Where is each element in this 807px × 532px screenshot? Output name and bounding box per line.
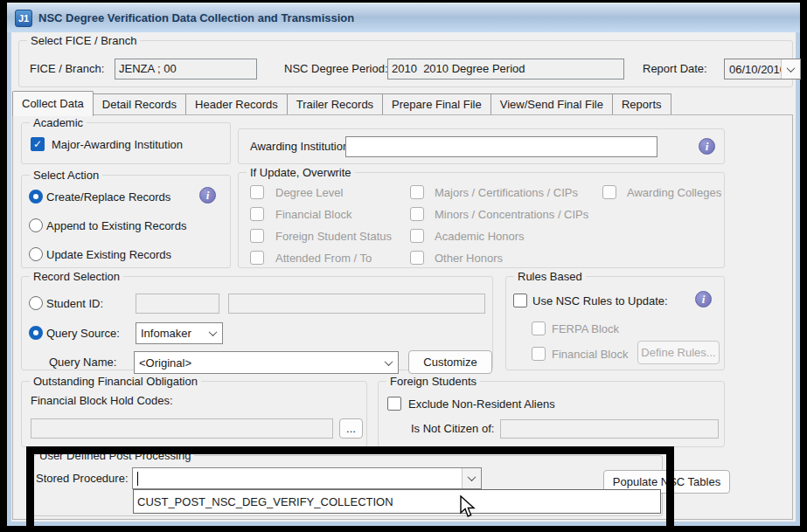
tab-trailer-records[interactable]: Trailer Records xyxy=(287,93,383,115)
stored-procedure-label: Stored Procedure: xyxy=(36,472,129,485)
foreign-students-group: Foreign Students Exclude Non-Resident Al… xyxy=(378,381,725,447)
rules-based-group: Rules Based Use NSC Rules to Update: i F… xyxy=(505,276,725,370)
citizen-of-label: Is Not Citizen of: xyxy=(411,422,494,435)
other-honors-checkbox[interactable] xyxy=(410,251,424,265)
window-body: Select FICE / Branch FICE / Branch: JENZ… xyxy=(11,32,796,522)
overwrite-group-title: If Update, Overwrite xyxy=(247,166,355,179)
student-id-field-1[interactable] xyxy=(136,294,219,314)
query-name-value: <Original> xyxy=(135,356,379,370)
dropdown-item[interactable]: CUST_POST_NSC_DEG_VERIFY_COLLECTION xyxy=(137,495,393,508)
append-existing-radio[interactable] xyxy=(29,218,43,232)
rules-financial-block-label: Financial Block xyxy=(552,348,628,361)
query-name-label: Query Name: xyxy=(49,356,116,369)
query-source-label: Query Source: xyxy=(46,327,120,340)
report-date-combo[interactable]: 06/10/2010 xyxy=(724,59,801,79)
exclude-non-resident-label: Exclude Non-Resident Aliens xyxy=(408,397,555,411)
awarding-institution-field[interactable] xyxy=(345,136,657,157)
use-nsc-rules-checkbox[interactable] xyxy=(513,294,527,307)
rules-financial-block-checkbox[interactable] xyxy=(532,347,546,361)
customize-button[interactable]: Customize xyxy=(408,350,492,374)
update-existing-radio[interactable] xyxy=(29,247,43,261)
awarding-institution-label: Awarding Institution: xyxy=(250,140,352,153)
fice-branch-label: FICE / Branch: xyxy=(30,62,104,75)
titlebar[interactable]: J1 NSC Degree Verification Data Collecti… xyxy=(7,3,800,32)
academic-group-title: Academic xyxy=(30,116,87,129)
other-honors-label: Other Honors xyxy=(435,252,503,265)
hold-codes-field[interactable] xyxy=(31,418,333,439)
fice-branch-group-title: Select FICE / Branch xyxy=(27,34,140,47)
use-nsc-rules-label: Use NSC Rules to Update: xyxy=(532,294,668,307)
info-icon[interactable]: i xyxy=(199,187,216,204)
degree-level-label: Degree Level xyxy=(275,186,343,199)
query-name-combo[interactable]: <Original> xyxy=(134,351,399,374)
tab-header-records[interactable]: Header Records xyxy=(185,93,288,115)
check-icon: ✓ xyxy=(33,138,42,150)
awarding-colleges-label: Awarding Colleges xyxy=(627,186,721,199)
tab-detail-records[interactable]: Detail Records xyxy=(93,93,186,115)
student-id-field-2[interactable] xyxy=(228,294,485,314)
fice-branch-group: Select FICE / Branch FICE / Branch: JENZ… xyxy=(18,40,793,87)
tab-collect-data[interactable]: Collect Data xyxy=(12,91,94,116)
minors-concentrations-checkbox[interactable] xyxy=(410,207,424,221)
post-processing-group-title: User Defined Post Processing xyxy=(36,449,194,462)
hold-codes-label: Financial Block Hold Codes: xyxy=(31,394,173,407)
degree-level-checkbox[interactable] xyxy=(250,185,264,199)
financial-obligation-group-title: Outstanding Financial Obligation xyxy=(30,375,201,388)
query-source-dropdown-button[interactable] xyxy=(203,323,222,343)
attended-from-to-checkbox[interactable] xyxy=(250,251,264,265)
financial-block-label: Financial Block xyxy=(275,208,351,221)
screenshot-frame: J1 NSC Degree Verification Data Collecti… xyxy=(0,0,807,532)
degree-period-label: NSC Degree Period: xyxy=(284,62,388,75)
student-id-radio[interactable] xyxy=(29,296,43,310)
financial-block-checkbox[interactable] xyxy=(250,207,264,221)
fice-branch-field[interactable]: JENZA ; 00 xyxy=(115,59,257,79)
majors-certifications-label: Majors / Certifications / CIPs xyxy=(435,186,578,199)
append-existing-label: Append to Existing Records xyxy=(46,219,186,232)
text-caret xyxy=(137,472,138,486)
awarding-colleges-checkbox[interactable] xyxy=(602,185,616,199)
foreign-student-status-label: Foreign Student Status xyxy=(275,230,392,243)
degree-period-field[interactable]: 2010 2010 Degree Period xyxy=(387,59,624,79)
foreign-student-status-checkbox[interactable] xyxy=(250,229,264,243)
info-icon-glyph: i xyxy=(206,189,210,203)
info-icon[interactable]: i xyxy=(699,138,715,155)
tab-prepare-final-file[interactable]: Prepare Final File xyxy=(382,93,491,115)
tab-bar: Collect Data Detail Records Header Recor… xyxy=(12,93,671,115)
report-date-dropdown-button[interactable] xyxy=(781,59,800,79)
majors-certifications-checkbox[interactable] xyxy=(410,185,424,199)
select-action-group: Select Action Create/Replace Records i A… xyxy=(21,175,231,268)
app-window: J1 NSC Degree Verification Data Collecti… xyxy=(7,3,800,526)
query-source-combo[interactable]: Infomaker xyxy=(136,322,223,344)
chevron-down-icon xyxy=(384,357,393,366)
create-replace-radio[interactable] xyxy=(29,190,43,204)
report-date-label: Report Date: xyxy=(643,62,707,75)
chevron-down-icon xyxy=(208,328,217,336)
exclude-non-resident-checkbox[interactable] xyxy=(387,397,401,411)
awarding-institution-panel: Awarding Institution: i xyxy=(238,128,725,164)
ferpa-block-label: FERPA Block xyxy=(552,322,619,335)
academic-honors-checkbox[interactable] xyxy=(410,229,424,243)
minors-concentrations-label: Minors / Concentrations / CIPs xyxy=(435,208,588,221)
ferpa-block-checkbox[interactable] xyxy=(532,321,546,335)
query-name-dropdown-button[interactable] xyxy=(379,352,398,373)
report-date-value: 06/10/2010 xyxy=(725,63,781,76)
citizen-of-field[interactable] xyxy=(500,419,719,439)
tab-reports[interactable]: Reports xyxy=(612,93,671,115)
academic-honors-label: Academic Honors xyxy=(435,230,525,243)
query-source-value: Infomaker xyxy=(136,327,203,340)
define-rules-button[interactable]: Define Rules... xyxy=(637,341,720,364)
chevron-down-icon xyxy=(787,64,796,73)
query-source-radio[interactable] xyxy=(29,326,43,340)
info-icon-glyph: i xyxy=(702,293,706,307)
info-icon[interactable]: i xyxy=(695,291,712,307)
rules-based-group-title: Rules Based xyxy=(514,270,586,283)
browse-hold-codes-button[interactable]: ... xyxy=(339,418,363,439)
mouse-cursor-icon xyxy=(459,495,478,518)
stored-procedure-dropdown-button[interactable] xyxy=(462,468,481,488)
chevron-down-icon xyxy=(468,473,477,481)
tab-view-send-final-file[interactable]: View/Send Final File xyxy=(490,93,613,115)
update-existing-label: Update Existing Records xyxy=(46,248,171,261)
stored-procedure-combo[interactable] xyxy=(132,467,482,489)
major-awarding-checkbox[interactable]: ✓ xyxy=(31,137,45,151)
stored-procedure-dropdown-list[interactable]: CUST_POST_NSC_DEG_VERIFY_COLLECTION xyxy=(133,489,661,514)
